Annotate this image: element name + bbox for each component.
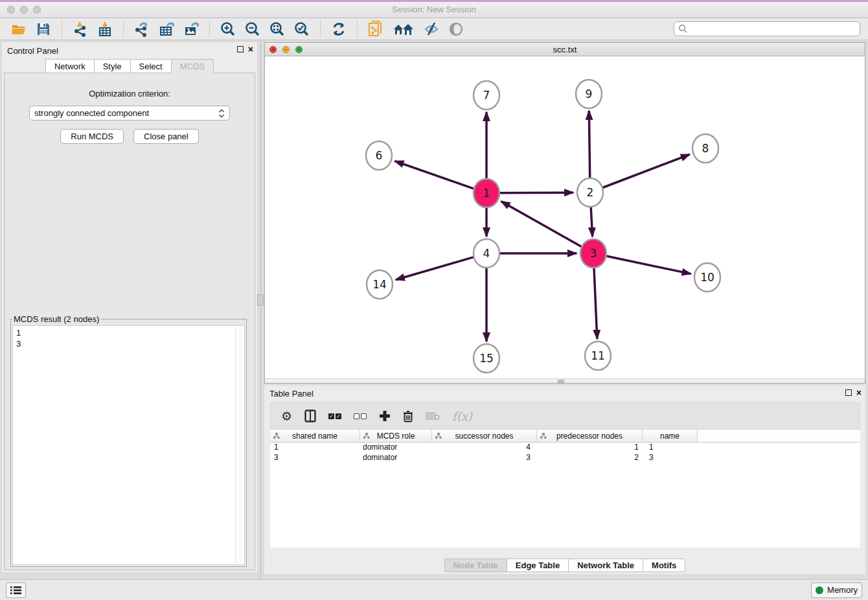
node-3[interactable]: 3 <box>580 239 606 268</box>
network-hscrollbar-handle[interactable] <box>558 380 564 383</box>
cell-name[interactable]: 3 <box>643 453 698 463</box>
node-14[interactable]: 14 <box>367 270 393 299</box>
select-stepper-icon <box>218 108 225 119</box>
unselect-all-columns-button[interactable] <box>354 413 367 419</box>
edge-1-6[interactable] <box>395 161 474 189</box>
show-all-button[interactable] <box>446 20 466 38</box>
edge-2-8[interactable] <box>603 154 690 187</box>
task-history-button[interactable] <box>6 583 26 598</box>
tab-network-table[interactable]: Network Table <box>568 559 643 572</box>
search-input[interactable] <box>691 25 860 34</box>
zoom-fit-button[interactable] <box>268 20 287 38</box>
cell-mcds-role[interactable]: dominator <box>360 443 432 453</box>
node-7[interactable]: 7 <box>474 81 499 110</box>
edge-2-3[interactable] <box>591 206 593 237</box>
node-15[interactable]: 15 <box>474 344 499 373</box>
edge-4-14[interactable] <box>396 257 474 280</box>
cell-predecessor-nodes[interactable]: 1 <box>537 443 643 453</box>
eye-icon <box>448 21 464 38</box>
result-scrollbar[interactable] <box>235 327 243 563</box>
float-panel-icon[interactable] <box>237 46 244 52</box>
node-1[interactable]: 1 <box>474 179 499 207</box>
cell-shared-name[interactable]: 1 <box>270 443 360 453</box>
tab-select[interactable]: Select <box>130 59 171 73</box>
edge-2-9[interactable] <box>589 111 589 179</box>
column-header-mcds-role[interactable]: MCDS role <box>360 430 432 443</box>
float-table-panel-icon[interactable] <box>845 389 852 396</box>
import-network-button[interactable] <box>71 20 90 38</box>
node-2[interactable]: 2 <box>577 178 603 207</box>
toolbar-separator <box>62 21 62 38</box>
close-table-panel-icon[interactable]: × <box>856 389 862 397</box>
edge-3-10[interactable] <box>607 256 691 273</box>
zoom-out-button[interactable] <box>243 20 262 38</box>
node-9[interactable]: 9 <box>576 80 602 108</box>
run-mcds-button[interactable]: Run MCDS <box>60 129 124 144</box>
network-hscrollbar[interactable] <box>265 378 865 383</box>
network-graph: 1234678910111415 <box>265 56 865 378</box>
tab-motifs[interactable]: Motifs <box>643 559 685 572</box>
hide-selected-button[interactable] <box>422 20 441 38</box>
network-window-titlebar[interactable]: × − + scc.txt <box>265 43 865 56</box>
edge-3-11[interactable] <box>594 267 597 339</box>
column-header-successor-nodes[interactable]: successor nodes <box>432 430 537 443</box>
export-table-button[interactable] <box>157 20 176 38</box>
tab-node-table[interactable]: Node Table <box>444 559 507 572</box>
table-options-button[interactable]: ⚙ <box>281 409 292 423</box>
node-4[interactable]: 4 <box>474 239 499 268</box>
first-neighbors-button[interactable] <box>391 20 417 38</box>
node-8[interactable]: 8 <box>692 134 718 163</box>
function-builder-button[interactable]: f(x) <box>452 410 472 423</box>
node-label: 1 <box>483 187 490 200</box>
import-table-button[interactable] <box>95 20 115 38</box>
export-network-button[interactable] <box>132 20 152 38</box>
mcds-result-text[interactable]: 1 3 <box>12 325 245 565</box>
cell-successor-nodes[interactable]: 3 <box>432 453 537 463</box>
node-table: shared name MCDS role successor nodes pr… <box>270 430 860 548</box>
column-header-predecessor-nodes[interactable]: predecessor nodes <box>537 430 643 443</box>
export-image-button[interactable] <box>181 20 201 38</box>
memory-button[interactable]: Memory <box>811 583 862 598</box>
node-6[interactable]: 6 <box>366 141 392 170</box>
node-label: 7 <box>483 89 490 102</box>
zoom-selected-button[interactable] <box>292 20 312 38</box>
eye-slash-icon <box>423 21 440 38</box>
apply-layout-button[interactable] <box>329 20 348 38</box>
delete-columns-button[interactable] <box>403 410 413 422</box>
tab-mcds[interactable]: MCDS <box>171 59 214 73</box>
open-file-button[interactable] <box>9 20 29 38</box>
criterion-select[interactable]: strongly connected component <box>29 106 230 121</box>
open-folder-icon <box>11 21 27 37</box>
cell-shared-name[interactable]: 3 <box>270 453 360 463</box>
column-header-shared-name[interactable]: shared name <box>270 430 360 443</box>
zoom-in-button[interactable] <box>218 20 238 38</box>
delete-table-button[interactable] <box>426 411 440 421</box>
tab-network[interactable]: Network <box>45 59 94 73</box>
cell-mcds-role[interactable]: dominator <box>360 453 432 463</box>
close-panel-icon[interactable]: × <box>248 45 253 53</box>
edge-1-2[interactable] <box>500 192 573 193</box>
select-all-columns-button[interactable]: ✓ ✓ <box>328 413 341 419</box>
column-header-name[interactable]: name <box>643 430 698 443</box>
save-floppy-icon <box>36 22 51 36</box>
cell-successor-nodes[interactable]: 4 <box>432 443 537 453</box>
table-row[interactable]: 3 dominator 3 2 3 <box>270 453 860 463</box>
cell-predecessor-nodes[interactable]: 2 <box>537 453 643 463</box>
node-11[interactable]: 11 <box>585 341 611 370</box>
node-label: 6 <box>376 149 383 162</box>
unchecked-box-icon <box>354 413 360 419</box>
panel-divider-grip[interactable] <box>257 294 264 306</box>
save-session-button[interactable] <box>34 20 53 38</box>
new-network-from-selection-button[interactable] <box>366 20 385 38</box>
node-10[interactable]: 10 <box>694 263 720 292</box>
show-column-button[interactable] <box>304 410 316 422</box>
create-column-button[interactable] <box>379 410 391 422</box>
network-canvas[interactable]: 1234678910111415 <box>265 56 865 378</box>
tab-edge-table[interactable]: Edge Table <box>507 559 568 572</box>
tab-style[interactable]: Style <box>94 59 130 73</box>
edge-3-1[interactable] <box>501 202 582 247</box>
cell-name[interactable]: 1 <box>643 443 698 453</box>
table-row[interactable]: 1 dominator 4 1 1 <box>270 443 860 453</box>
column-label: predecessor nodes <box>556 432 622 441</box>
close-panel-button[interactable]: Close panel <box>133 129 199 144</box>
